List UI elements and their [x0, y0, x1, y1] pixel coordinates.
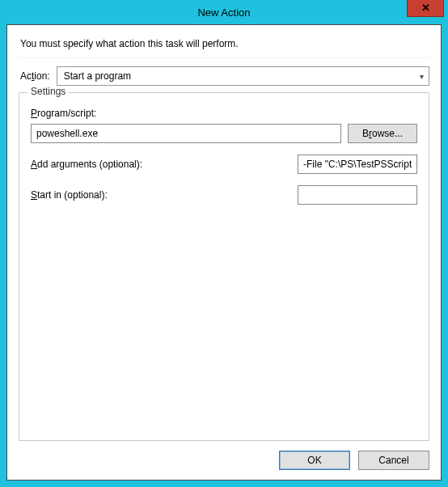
arguments-label: Add arguments (optional): — [31, 159, 142, 170]
window-title: New Action — [197, 6, 250, 19]
cancel-button[interactable]: Cancel — [358, 451, 429, 470]
arguments-row: Add arguments (optional): — [31, 155, 417, 174]
titlebar: New Action ✕ — [6, 0, 442, 24]
startin-input[interactable] — [298, 185, 417, 205]
instruction-text: You must specify what action this task w… — [20, 38, 429, 49]
startin-label: Start in (optional): — [31, 189, 108, 201]
dialog-footer: OK Cancel — [19, 451, 429, 470]
browse-button[interactable]: Browse... — [348, 124, 417, 143]
program-row: Browse... — [31, 124, 417, 143]
action-select-value: Start a program — [64, 70, 131, 82]
action-label: Action: — [19, 70, 50, 82]
ok-button[interactable]: OK — [279, 451, 350, 470]
close-icon: ✕ — [421, 2, 430, 14]
program-input[interactable] — [31, 124, 341, 143]
close-button[interactable]: ✕ — [407, 0, 444, 17]
program-label: Program/script: — [31, 108, 417, 119]
startin-row: Start in (optional): — [31, 185, 417, 205]
divider — [19, 57, 429, 58]
dialog-frame: New Action ✕ You must specify what actio… — [0, 0, 448, 487]
action-select[interactable]: Start a program ▾ — [57, 66, 429, 86]
dialog-client: You must specify what action this task w… — [6, 24, 442, 481]
settings-legend: Settings — [27, 86, 69, 97]
arguments-input[interactable] — [298, 155, 417, 174]
settings-group: Settings Program/script: Browse... Add a… — [19, 92, 429, 441]
action-row: Action: Start a program ▾ — [19, 66, 429, 86]
chevron-down-icon: ▾ — [420, 72, 424, 81]
